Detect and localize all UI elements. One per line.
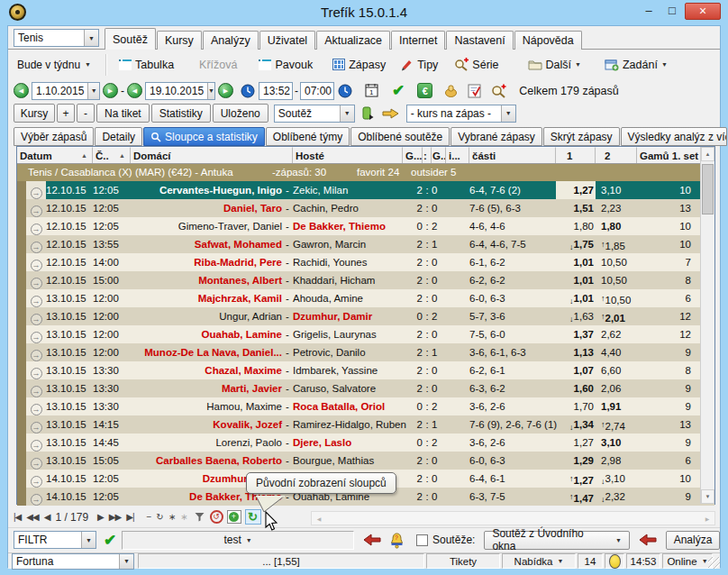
- pavouk-button[interactable]: Pavouk: [252, 56, 319, 74]
- table-row[interactable]: →12.10.1512:05Gimeno-Traver, Daniel-De B…: [17, 217, 714, 235]
- view-tab-3[interactable]: Sloupce a statistiky: [143, 127, 265, 146]
- lamp-icon[interactable]: [443, 84, 459, 98]
- col-odds2[interactable]: 2: [596, 147, 637, 163]
- date-to-prev-icon[interactable]: ◀: [127, 83, 142, 98]
- apply-check-icon[interactable]: ✔: [392, 83, 405, 98]
- view-tab-2[interactable]: Detaily: [95, 127, 142, 146]
- zapasy-button[interactable]: Zápasy: [326, 56, 392, 74]
- row-open-cell[interactable]: →: [26, 235, 46, 253]
- menu-tab-soutěž[interactable]: Soutěž: [105, 28, 156, 50]
- col-g1[interactable]: G...: [403, 147, 423, 163]
- date-from-select[interactable]: 1.10.2015 ▼: [32, 82, 100, 100]
- table-row[interactable]: →13.10.1513:30Marti, Javier-Caruso, Salv…: [17, 379, 714, 397]
- view-tab-7[interactable]: Skrýt zápasy: [543, 127, 620, 146]
- view-tab-4[interactable]: Oblíbené týmy: [266, 127, 350, 146]
- col-datum[interactable]: Datum▲: [17, 147, 93, 163]
- open-match-icon[interactable]: →: [31, 187, 42, 199]
- open-match-icon[interactable]: →: [31, 350, 42, 361]
- date-to-select[interactable]: 19.10.2015 ▼: [145, 82, 215, 100]
- souteze-checkbox[interactable]: [416, 534, 428, 546]
- table-row[interactable]: →13.10.1512:00Ungur, Adrian-Dzumhur, Dam…: [17, 307, 714, 325]
- menu-tab-kursy[interactable]: Kursy: [157, 31, 202, 50]
- resize-grip[interactable]: [708, 557, 720, 569]
- col-odds1[interactable]: 1: [556, 147, 596, 163]
- scroll-down-icon[interactable]: ▼: [701, 489, 714, 504]
- view-tab-5[interactable]: Oblíbené soutěže: [350, 127, 450, 146]
- row-open-cell[interactable]: →: [26, 307, 46, 325]
- row-open-cell[interactable]: →: [26, 325, 46, 343]
- row-open-cell[interactable]: →: [26, 253, 46, 271]
- bookmaker-select[interactable]: Fortuna ▼: [12, 553, 134, 570]
- table-row[interactable]: →13.10.1513:30Chazal, Maxime-Idmbarek, Y…: [17, 361, 714, 379]
- menu-tab-internet[interactable]: Internet: [391, 31, 445, 50]
- date-from-prev-icon[interactable]: ◀: [14, 83, 29, 98]
- maximize-button[interactable]: □: [661, 3, 683, 20]
- horizontal-scrollbar[interactable]: ◀ ▶: [311, 511, 715, 525]
- open-match-icon[interactable]: →: [31, 440, 42, 452]
- filter-apply-check-icon[interactable]: ✔: [104, 533, 116, 548]
- bell-icon[interactable]: ?: [388, 532, 405, 549]
- vertical-scrollbar[interactable]: ▲ ▼: [700, 147, 714, 504]
- date-from-next-icon[interactable]: ▶: [103, 83, 118, 98]
- minus-button[interactable]: -: [77, 104, 95, 123]
- open-match-icon[interactable]: →: [31, 278, 42, 289]
- online-dropdown[interactable]: Online ▼: [662, 553, 713, 569]
- form-check-icon[interactable]: [468, 84, 482, 98]
- col-gamu[interactable]: Gamů 1. set: [637, 147, 700, 163]
- row-open-cell[interactable]: →: [26, 361, 46, 379]
- tikety-panel[interactable]: Tikety: [426, 553, 500, 569]
- dalsi-button[interactable]: Další ▼: [522, 56, 587, 74]
- nav-forward-icon[interactable]: ▶▶: [109, 512, 121, 522]
- view-tab-1[interactable]: Výběr zápasů: [14, 127, 94, 146]
- plus-button[interactable]: +: [57, 104, 75, 123]
- menu-tab-nastavení[interactable]: Nastavení: [446, 31, 513, 50]
- sport-selector[interactable]: Tenis ▼: [14, 29, 99, 47]
- row-open-cell[interactable]: →: [26, 181, 46, 199]
- add-column-icon[interactable]: +: [227, 510, 241, 524]
- menu-tab-nápověda[interactable]: Nápověda: [514, 31, 582, 50]
- odds-type-select[interactable]: - kurs na zápas - ▼: [406, 105, 516, 123]
- row-open-cell[interactable]: →: [26, 488, 46, 506]
- statistiky-button[interactable]: Statistiky: [151, 104, 211, 123]
- chevron-down-icon[interactable]: ▼: [340, 105, 354, 122]
- table-row[interactable]: →13.10.1512:00Majchrzak, Kamil-Ahouda, A…: [17, 289, 714, 307]
- hscroll-left-icon[interactable]: ◀: [312, 512, 326, 525]
- open-match-icon[interactable]: →: [31, 314, 42, 325]
- time-from-field[interactable]: 13:52: [259, 82, 293, 100]
- minimize-button[interactable]: –: [638, 3, 660, 20]
- nabidka-dropdown[interactable]: Nabídka ▼: [502, 553, 576, 569]
- search-plus-icon[interactable]: [491, 84, 506, 98]
- nav-last-icon[interactable]: ▶|: [126, 512, 133, 522]
- sort-order-icon[interactable]: [360, 105, 375, 121]
- open-match-icon[interactable]: →: [31, 224, 42, 235]
- time-to-field[interactable]: 07:00: [300, 82, 334, 100]
- menu-tab-aktualizace[interactable]: Aktualizace: [316, 31, 390, 50]
- row-open-cell[interactable]: →: [26, 289, 46, 307]
- row-open-cell[interactable]: →: [26, 217, 46, 235]
- serie-button[interactable]: Série: [448, 55, 505, 74]
- nav-minus-icon[interactable]: −: [146, 512, 150, 522]
- undo-columns-icon[interactable]: ↺: [210, 510, 223, 524]
- row-open-cell[interactable]: →: [26, 452, 46, 470]
- pointing-hand-icon[interactable]: [382, 107, 399, 120]
- table-row[interactable]: →12.10.1514:00Riba-Madrid, Pere-Rachidi,…: [17, 253, 714, 271]
- table-row[interactable]: →13.10.1512:00Ouahab, Lamine-Grigelis, L…: [17, 325, 714, 343]
- competition-source-button[interactable]: Soutěž z Úvodního okna ▼: [484, 531, 630, 550]
- open-match-icon[interactable]: →: [31, 332, 42, 343]
- chevron-down-icon[interactable]: ▼: [501, 105, 515, 122]
- filtr-select[interactable]: FILTR ▼: [14, 531, 96, 549]
- nav-star-icon[interactable]: ∗: [168, 512, 175, 522]
- chevron-down-icon[interactable]: ▼: [87, 83, 99, 99]
- menu-tab-uživatel[interactable]: Uživatel: [259, 31, 315, 50]
- row-open-cell[interactable]: →: [26, 470, 46, 488]
- view-tab-6[interactable]: Vybrané zápasy: [450, 127, 542, 146]
- table-row[interactable]: →12.10.1512:05Cervantes-Huegun, Inigo-Ze…: [17, 181, 714, 199]
- chevron-down-icon[interactable]: ▼: [119, 554, 133, 569]
- red-arrow-left-icon[interactable]: [639, 534, 657, 546]
- view-mode-select[interactable]: Soutěž ▼: [274, 105, 355, 123]
- row-open-cell[interactable]: →: [26, 343, 46, 361]
- table-row[interactable]: →13.10.1512:00Munoz-De La Nava, Daniel..…: [17, 343, 714, 361]
- tipy-button[interactable]: Tipy: [394, 55, 444, 74]
- open-match-icon[interactable]: →: [31, 205, 42, 217]
- col-casti[interactable]: části: [469, 147, 556, 163]
